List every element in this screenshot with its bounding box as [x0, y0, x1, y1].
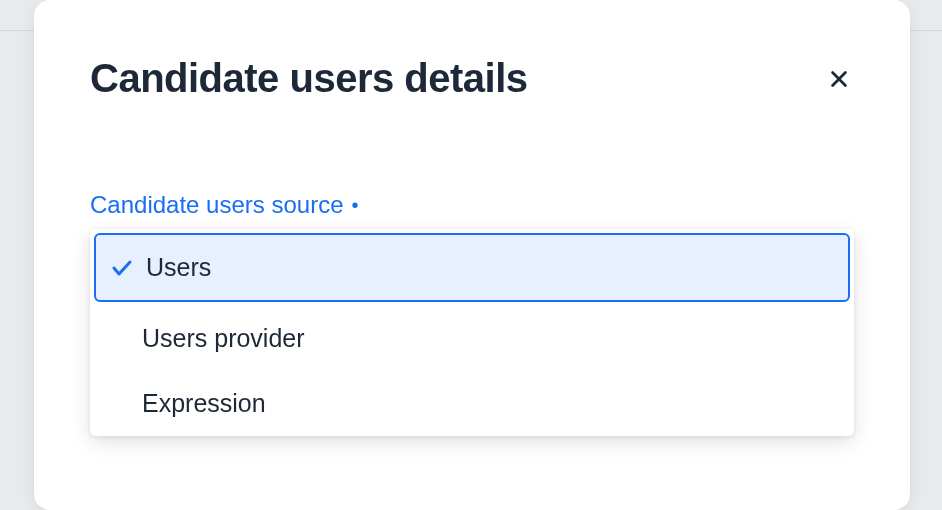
check-icon: [110, 256, 134, 280]
dropdown-option-label: Expression: [142, 389, 266, 418]
candidate-users-modal: Candidate users details Candidate users …: [34, 0, 910, 510]
dropdown-option-expression[interactable]: Expression: [90, 371, 854, 436]
required-dot: •: [351, 195, 358, 215]
dropdown-option-label: Users: [146, 253, 211, 282]
source-dropdown[interactable]: Users Users provider Expression: [90, 229, 854, 436]
field-label: Candidate users source •: [90, 191, 854, 219]
dropdown-option-users-provider[interactable]: Users provider: [90, 306, 854, 371]
close-icon: [828, 68, 850, 90]
dropdown-option-users[interactable]: Users: [94, 233, 850, 302]
close-button[interactable]: [824, 64, 854, 94]
dropdown-option-label: Users provider: [142, 324, 305, 353]
modal-header: Candidate users details: [90, 56, 854, 101]
modal-title: Candidate users details: [90, 56, 528, 101]
field-label-text: Candidate users source: [90, 191, 343, 219]
